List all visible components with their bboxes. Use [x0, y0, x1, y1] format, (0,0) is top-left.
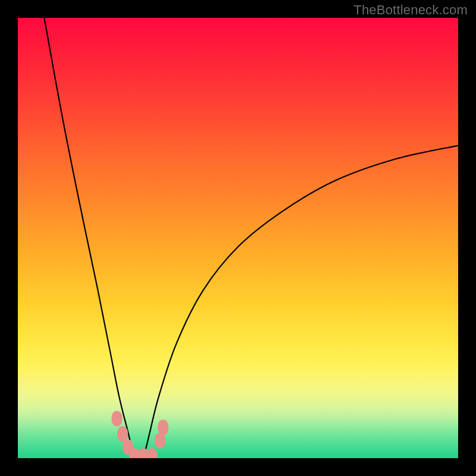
- plot-area: [18, 18, 458, 458]
- marker-dot: [147, 448, 158, 458]
- chart-svg: [18, 18, 458, 458]
- watermark-text: TheBottleneck.com: [353, 2, 468, 18]
- marker-dot: [112, 411, 123, 426]
- marker-dot: [158, 419, 168, 435]
- marker-dot: [155, 433, 165, 448]
- marker-cluster: [112, 411, 169, 458]
- marker-dot: [117, 426, 128, 441]
- chart-frame: TheBottleneck.com: [0, 0, 476, 476]
- bottleneck-curve: [44, 18, 458, 458]
